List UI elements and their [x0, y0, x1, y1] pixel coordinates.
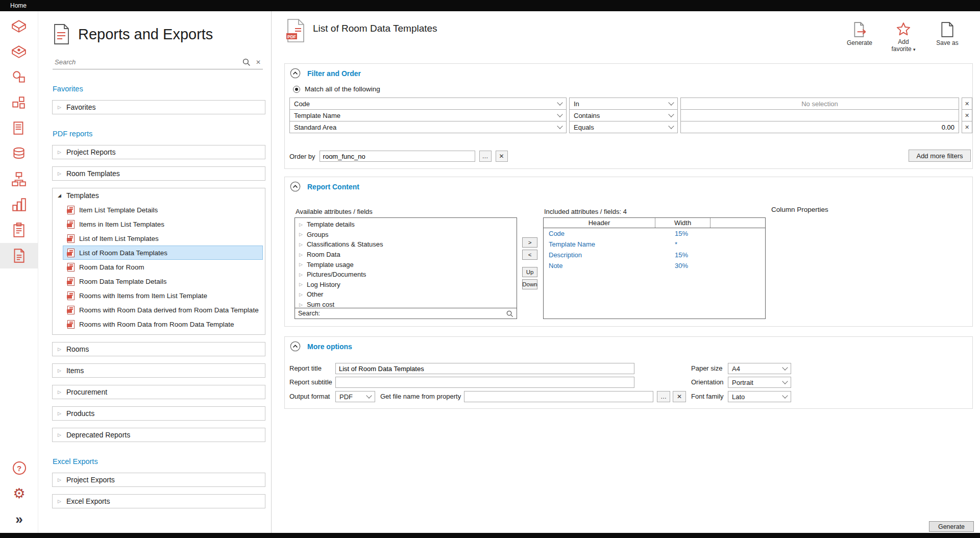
remove-attribute-button[interactable]: < [522, 250, 537, 260]
filter-field-dropdown[interactable]: Template Name [289, 109, 567, 121]
sidebar-group-favorites[interactable]: ▷ Favorites [52, 100, 265, 114]
report-subtitle-input[interactable] [335, 377, 634, 388]
collapse-rail-button[interactable]: » [0, 506, 38, 532]
order-by-input[interactable] [320, 151, 475, 162]
report-item-rooms-with-items-from-item-list-template[interactable]: Rooms with Items from Item List Template [63, 288, 263, 303]
search-icon[interactable] [242, 58, 251, 66]
filter-operator-dropdown[interactable]: Equals [569, 121, 678, 133]
tree-node-room-data[interactable]: ▷Room Data [295, 250, 517, 260]
sidebar-group-project-reports[interactable]: ▷ Project Reports [52, 145, 265, 159]
report-content-header[interactable]: Report Content [290, 181, 359, 192]
paper-size-dropdown[interactable]: A4 [728, 363, 791, 374]
add-more-filters-button[interactable]: Add more filters [909, 150, 971, 162]
filter-field-dropdown[interactable]: Code [289, 97, 567, 110]
report-item-item-list-template-details[interactable]: Item List Template Details [63, 203, 263, 217]
systems-module-icon[interactable] [0, 166, 38, 192]
report-page-icon [11, 248, 27, 264]
sidebar-group-deprecated-reports[interactable]: ▷ Deprecated Reports [52, 428, 265, 442]
report-item-label: Rooms with Room Data from Room Data Temp… [79, 321, 234, 328]
generate-toolbar-button[interactable]: Generate [839, 21, 880, 53]
documents-module-icon[interactable] [0, 115, 38, 141]
included-row-description[interactable]: Description 15% [544, 250, 765, 260]
report-item-items-in-item-list-templates[interactable]: Items in Item List Templates [63, 217, 263, 231]
tree-node-classifications[interactable]: ▷Classifications & Statuses [295, 239, 517, 250]
sidebar-group-room-templates[interactable]: ▷ Room Templates [52, 166, 265, 181]
included-row-template-name[interactable]: Template Name * [544, 239, 765, 250]
tree-node-sum-cost[interactable]: ▷Sum cost [295, 300, 517, 308]
filter-field-value: Code [294, 100, 310, 108]
get-file-name-input[interactable] [464, 391, 653, 402]
reports-module-icon[interactable] [0, 243, 38, 268]
more-options-header[interactable]: More options [290, 341, 352, 352]
finance-module-icon[interactable] [0, 141, 38, 166]
font-family-dropdown[interactable]: Lato [728, 391, 791, 402]
tree-node-log-history[interactable]: ▷Log History [295, 280, 517, 290]
filter-section-header[interactable]: Filter and Order [290, 68, 361, 79]
sidebar-group-project-exports[interactable]: ▷ Project Exports [52, 473, 265, 487]
match-all-radio[interactable] [293, 86, 300, 93]
tree-node-template-usage[interactable]: ▷Template usage [295, 259, 517, 270]
chevron-down-icon [782, 393, 788, 398]
tree-node-template-details[interactable]: ▷Template details [295, 219, 517, 230]
report-header: PDF List of Room Data Templates [285, 18, 437, 43]
get-file-browse-button[interactable]: … [657, 391, 670, 402]
tree-node-other[interactable]: ▷Other [295, 289, 517, 300]
clear-search-icon[interactable]: ✕ [256, 59, 261, 66]
report-item-list-of-room-data-templates[interactable]: List of Room Data Templates [63, 246, 263, 260]
add-attribute-button[interactable]: > [522, 237, 537, 248]
section-title: More options [307, 343, 352, 351]
sidebar-group-rooms[interactable]: ▷ Rooms [52, 342, 265, 356]
tree-node-label: Log History [307, 281, 340, 288]
home-tab[interactable]: Home [10, 2, 27, 9]
filter-value-input[interactable] [681, 121, 959, 133]
add-favorite-button[interactable]: Add favorite ▾ [883, 21, 924, 53]
page-title: List of Room Data Templates [313, 23, 437, 43]
save-as-button[interactable]: Save as [927, 21, 968, 53]
help-button[interactable]: ? [0, 455, 38, 481]
included-row-code[interactable]: Code 15% [544, 228, 765, 239]
remove-filter-icon[interactable]: ✕ [962, 109, 972, 121]
rooms-cube-icon [11, 18, 27, 34]
products-module-icon[interactable] [0, 64, 38, 90]
report-item-room-data-for-room[interactable]: Room Data for Room [63, 260, 263, 274]
items-module-icon[interactable] [0, 90, 38, 115]
filter-operator-dropdown[interactable]: Contains [569, 109, 678, 121]
sidebar-group-templates[interactable]: ◢ Templates [53, 188, 265, 203]
output-format-dropdown[interactable]: PDF [335, 391, 375, 402]
move-up-button[interactable]: Up [522, 267, 537, 277]
tree-node-groups[interactable]: ▷Groups [295, 230, 517, 240]
generate-button[interactable]: Generate [929, 521, 974, 532]
move-down-button[interactable]: Down [522, 279, 537, 289]
report-item-list-of-item-list-templates[interactable]: List of Item List Templates [63, 231, 263, 246]
filter-value-input[interactable] [681, 98, 959, 109]
rooms-module-icon[interactable] [0, 13, 38, 39]
report-item-rooms-with-room-data-derived[interactable]: Rooms with Room Data derived from Room D… [63, 303, 263, 317]
collapsed-triangle-icon: ▷ [299, 232, 303, 237]
remove-filter-icon[interactable]: ✕ [962, 97, 972, 110]
search-icon[interactable] [506, 310, 513, 317]
report-item-rooms-with-room-data[interactable]: Rooms with Room Data from Room Data Temp… [63, 317, 263, 331]
sidebar-group-procurement[interactable]: ▷ Procurement [52, 385, 265, 399]
filter-value-input[interactable] [681, 110, 959, 121]
tree-node-pictures-documents[interactable]: ▷Pictures/Documents [295, 270, 517, 280]
report-title-input[interactable] [335, 363, 634, 374]
filter-field-dropdown[interactable]: Standard Area [289, 121, 567, 133]
order-by-clear-icon[interactable]: ✕ [496, 151, 508, 162]
get-file-clear-icon[interactable]: ✕ [673, 391, 686, 402]
sidebar-group-excel-exports[interactable]: ▷ Excel Exports [52, 494, 265, 508]
collapsed-triangle-icon: ▷ [58, 368, 61, 373]
sidebar-group-products[interactable]: ▷ Products [52, 406, 265, 421]
included-row-note[interactable]: Note 30% [544, 260, 765, 271]
filter-operator-dropdown[interactable]: In [569, 97, 678, 110]
settings-button[interactable]: ⚙ [0, 481, 38, 506]
room-function-module-icon[interactable] [0, 39, 38, 64]
remove-filter-icon[interactable]: ✕ [962, 121, 972, 133]
orientation-dropdown[interactable]: Portrait [728, 377, 791, 388]
logistics-module-icon[interactable] [0, 217, 38, 243]
report-item-room-data-template-details[interactable]: Room Data Template Details [63, 274, 263, 288]
order-by-browse-button[interactable]: … [479, 151, 492, 162]
sidebar-search-input[interactable] [55, 58, 237, 66]
group-label: Products [66, 409, 94, 418]
classification-module-icon[interactable] [0, 192, 38, 217]
sidebar-group-items[interactable]: ▷ Items [52, 363, 265, 378]
